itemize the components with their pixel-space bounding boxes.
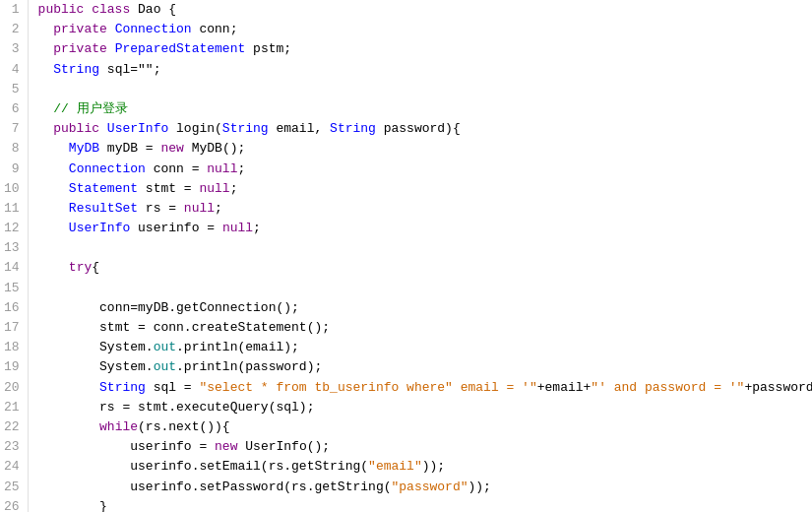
- code-line: stmt = conn.createStatement();: [38, 318, 812, 338]
- line-number: 9: [4, 160, 20, 179]
- code-line: conn=myDB.getConnection();: [38, 298, 812, 318]
- line-number: 8: [4, 139, 20, 159]
- code-line: Statement stmt = null;: [38, 179, 812, 199]
- line-number: 20: [4, 378, 20, 398]
- code-line: String sql = "select * from tb_userinfo …: [38, 378, 812, 398]
- code-line: String sql="";: [38, 60, 812, 80]
- line-number: 18: [4, 338, 20, 357]
- code-line: UserInfo userinfo = null;: [38, 219, 812, 238]
- line-number: 3: [4, 39, 20, 59]
- code-line: private Connection conn;: [38, 20, 812, 39]
- line-number: 14: [4, 258, 20, 278]
- code-line: MyDB myDB = new MyDB();: [38, 139, 812, 159]
- code-line: [38, 238, 812, 258]
- code-line: private PreparedStatement pstm;: [38, 39, 812, 59]
- code-line: System.out.println(email);: [38, 338, 812, 357]
- code-line: }: [38, 497, 812, 512]
- line-number: 1: [4, 0, 20, 20]
- line-number: 23: [4, 437, 20, 457]
- code-line: System.out.println(password);: [38, 357, 812, 377]
- line-number: 6: [4, 99, 20, 119]
- code-editor: 1234567891011121314151617181920212223242…: [0, 0, 812, 512]
- code-line: Connection conn = null;: [38, 160, 812, 179]
- line-number: 16: [4, 298, 20, 318]
- line-number: 25: [4, 478, 20, 497]
- code-line: [38, 279, 812, 298]
- code-line: userinfo.setPassword(rs.getString("passw…: [38, 478, 812, 497]
- code-line: public UserInfo login(String email, Stri…: [38, 119, 812, 139]
- line-number: 11: [4, 199, 20, 219]
- code-line: public class Dao {: [38, 0, 812, 20]
- code-line: [38, 80, 812, 99]
- code-line: rs = stmt.executeQuery(sql);: [38, 398, 812, 417]
- line-number: 10: [4, 179, 20, 199]
- line-number: 5: [4, 80, 20, 99]
- code-content[interactable]: public class Dao { private Connection co…: [29, 0, 812, 512]
- line-number: 4: [4, 60, 20, 80]
- line-number: 15: [4, 279, 20, 298]
- code-line: try{: [38, 258, 812, 278]
- line-number: 26: [4, 497, 20, 512]
- line-number: 22: [4, 417, 20, 437]
- line-number: 21: [4, 398, 20, 417]
- line-number: 24: [4, 457, 20, 477]
- code-line: // 用户登录: [38, 99, 812, 119]
- line-number: 17: [4, 318, 20, 338]
- code-line: userinfo = new UserInfo();: [38, 437, 812, 457]
- code-line: userinfo.setEmail(rs.getString("email"))…: [38, 457, 812, 477]
- line-number: 2: [4, 20, 20, 39]
- line-number: 12: [4, 219, 20, 238]
- line-numbers: 1234567891011121314151617181920212223242…: [0, 0, 29, 512]
- code-line: ResultSet rs = null;: [38, 199, 812, 219]
- code-line: while(rs.next()){: [38, 417, 812, 437]
- line-number: 7: [4, 119, 20, 139]
- line-number: 13: [4, 238, 20, 258]
- line-number: 19: [4, 357, 20, 377]
